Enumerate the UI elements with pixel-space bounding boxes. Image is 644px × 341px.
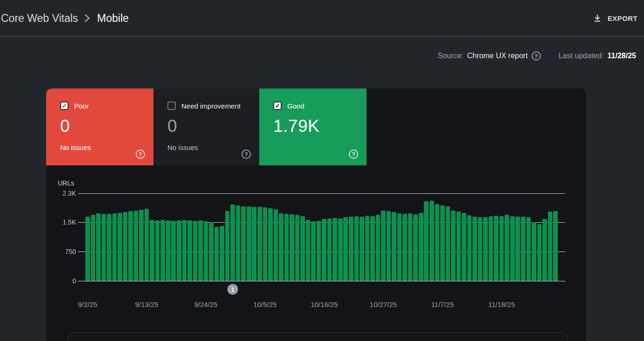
chart-bar[interactable]	[166, 220, 171, 281]
chart-bar[interactable]	[139, 210, 144, 281]
chart-bar[interactable]	[187, 220, 192, 281]
chart-bar[interactable]	[365, 216, 370, 281]
chart-bar[interactable]	[338, 218, 343, 281]
export-button[interactable]: EXPORT	[588, 10, 642, 27]
chart-bar[interactable]	[96, 213, 101, 281]
chart-bar[interactable]	[446, 206, 450, 281]
chart-bar[interactable]	[370, 216, 375, 281]
need-improvement-checkbox[interactable]	[167, 102, 176, 110]
chart-bar[interactable]	[112, 213, 117, 281]
chart-bar[interactable]	[230, 205, 235, 281]
chart-bar[interactable]	[413, 214, 418, 281]
chart-bar[interactable]	[322, 219, 326, 281]
chart-bar[interactable]	[279, 213, 284, 281]
chart-bar[interactable]	[397, 213, 402, 281]
chart-bar[interactable]	[478, 217, 483, 281]
chart-bar[interactable]	[306, 220, 311, 281]
chart-bar[interactable]	[91, 215, 96, 281]
chart-bar[interactable]	[515, 217, 520, 281]
poor-help-icon[interactable]: ?	[136, 150, 145, 159]
chart-bar[interactable]	[118, 213, 122, 281]
chart-bar[interactable]	[360, 217, 364, 281]
chart-bar[interactable]	[483, 217, 488, 281]
chart-bar[interactable]	[252, 207, 256, 281]
chart-bar[interactable]	[408, 213, 413, 281]
chart-bar[interactable]	[472, 217, 477, 281]
good-checkbox[interactable]: ✓	[273, 102, 282, 110]
chart-bar[interactable]	[349, 217, 353, 281]
chart-bar[interactable]	[526, 217, 531, 281]
card-good[interactable]: ✓ Good 1.79K ?	[259, 89, 367, 165]
chart-bar[interactable]	[419, 213, 423, 281]
chart-bar[interactable]	[553, 211, 558, 281]
card-need-improvement[interactable]: Need improvement 0 No issues ?	[153, 89, 259, 165]
chart-bar[interactable]	[236, 205, 241, 281]
chart-bar[interactable]	[300, 216, 305, 281]
chart-bar[interactable]	[150, 220, 154, 281]
chart-bar[interactable]	[462, 213, 466, 281]
chart-bar[interactable]	[457, 211, 461, 281]
chart-bar[interactable]	[354, 216, 359, 281]
chart-bar[interactable]	[215, 227, 219, 281]
chart-bar[interactable]	[376, 215, 381, 281]
chart-bar[interactable]	[204, 221, 208, 281]
chart-bar[interactable]	[440, 205, 445, 281]
chart-bar[interactable]	[387, 211, 391, 281]
breadcrumb-core-web-vitals[interactable]: Core Web Vitals	[1, 12, 78, 25]
chart-bar[interactable]	[451, 211, 456, 281]
poor-checkbox[interactable]: ✓	[60, 102, 69, 110]
chart-bar[interactable]	[499, 216, 504, 281]
chart-bar[interactable]	[290, 214, 294, 281]
chart-bar[interactable]	[107, 214, 111, 281]
chart-bar[interactable]	[85, 217, 90, 281]
chart-bar[interactable]	[145, 209, 149, 281]
chart-bar[interactable]	[295, 215, 300, 281]
chart-bar[interactable]	[182, 220, 187, 281]
chart-bar[interactable]	[343, 217, 348, 281]
chart-bar[interactable]	[155, 220, 160, 281]
chart-bar[interactable]	[317, 221, 321, 281]
chart-bar[interactable]	[268, 208, 273, 281]
chart-bar[interactable]	[548, 211, 553, 281]
chart-bar[interactable]	[123, 212, 128, 281]
chart-bar[interactable]	[489, 216, 493, 281]
chart-bar[interactable]	[134, 211, 138, 281]
chart-bar[interactable]	[332, 218, 337, 281]
chart-bar[interactable]	[505, 215, 509, 281]
need-improvement-help-icon[interactable]: ?	[242, 150, 251, 159]
annotation-marker[interactable]: 1	[228, 284, 238, 295]
chart-bar[interactable]	[160, 220, 165, 281]
chart-bar[interactable]	[392, 212, 396, 281]
chart-bar[interactable]	[429, 201, 434, 281]
good-help-icon[interactable]: ?	[349, 150, 358, 159]
chart-bar[interactable]	[225, 211, 230, 281]
source-help-icon[interactable]: ?	[532, 51, 541, 61]
chart-bar[interactable]	[198, 220, 203, 281]
chart-bar[interactable]	[327, 218, 332, 281]
chart-bar[interactable]	[537, 224, 542, 281]
chart-bar[interactable]	[510, 216, 515, 281]
chart-bar[interactable]	[284, 214, 289, 281]
chart-bar[interactable]	[402, 214, 407, 281]
chart-bar[interactable]	[171, 221, 176, 281]
chart-bar[interactable]	[193, 221, 198, 281]
chart-bar[interactable]	[263, 207, 268, 281]
chart-bar[interactable]	[128, 211, 133, 281]
chart-bar[interactable]	[542, 219, 547, 281]
chart-bar[interactable]	[381, 211, 386, 281]
chart-bar[interactable]	[424, 201, 429, 281]
card-poor[interactable]: ✓ Poor 0 No issues ?	[46, 89, 153, 165]
chart-bar[interactable]	[241, 206, 246, 281]
chart-bar[interactable]	[177, 220, 181, 281]
chart-bar[interactable]	[274, 209, 278, 281]
chart-bar[interactable]	[435, 204, 440, 281]
chart-bar[interactable]	[209, 222, 214, 281]
chart-bar[interactable]	[494, 216, 499, 281]
chart-bar[interactable]	[532, 222, 536, 281]
chart-bar[interactable]	[311, 221, 316, 281]
chart-bar[interactable]	[521, 217, 526, 281]
chart-bar[interactable]	[247, 206, 251, 281]
chart-bar[interactable]	[220, 226, 224, 281]
chart-bar[interactable]	[467, 215, 472, 281]
chart-bar[interactable]	[102, 214, 106, 281]
